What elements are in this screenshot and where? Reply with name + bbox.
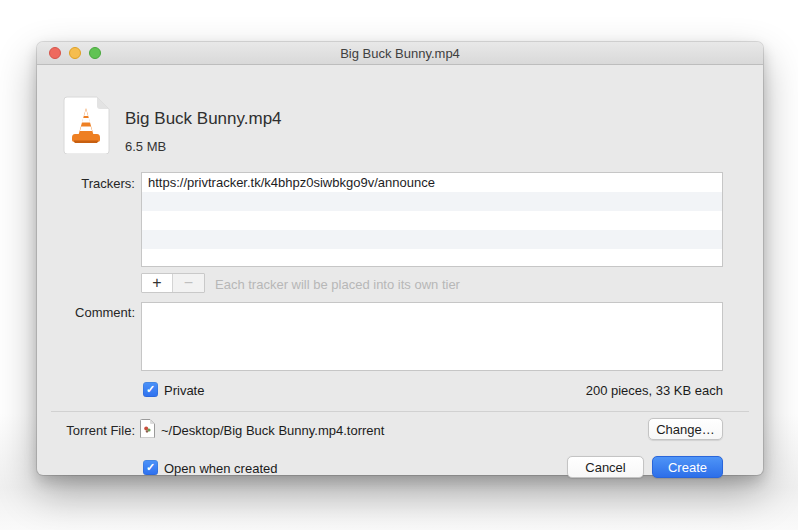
tracker-row-empty[interactable] <box>142 211 722 230</box>
file-name: Big Buck Bunny.mp4 <box>125 109 282 129</box>
cancel-button[interactable]: Cancel <box>567 456 644 478</box>
open-when-created-checkbox[interactable] <box>143 460 158 475</box>
tracker-row[interactable]: https://privtracker.tk/k4bhpz0siwbkgo9v/… <box>142 173 722 192</box>
tracker-list[interactable]: https://privtracker.tk/k4bhpz0siwbkgo9v/… <box>141 172 723 267</box>
open-when-created-label: Open when created <box>164 461 277 476</box>
window-title: Big Buck Bunny.mp4 <box>37 46 763 61</box>
vlc-file-icon <box>62 96 110 154</box>
tracker-row-empty[interactable] <box>142 230 722 249</box>
pieces-info: 200 pieces, 33 KB each <box>586 383 723 398</box>
comment-input[interactable] <box>141 302 723 371</box>
torrent-document-icon <box>140 419 155 438</box>
file-size: 6.5 MB <box>125 139 166 154</box>
section-divider <box>51 411 749 412</box>
remove-tracker-button[interactable]: − <box>173 274 204 292</box>
change-button[interactable]: Change… <box>648 418 723 440</box>
add-tracker-button[interactable]: + <box>142 274 173 292</box>
create-torrent-dialog: Big Buck Bunny.mp4 Big Buck Bunny.mp4 6.… <box>37 42 763 475</box>
private-checkbox-label: Private <box>164 383 204 398</box>
tracker-row-empty[interactable] <box>142 192 722 211</box>
trackers-label: Trackers: <box>37 176 135 191</box>
torrent-file-path: ~/Desktop/Big Buck Bunny.mp4.torrent <box>161 423 384 438</box>
dialog-content: Big Buck Bunny.mp4 6.5 MB Trackers: http… <box>37 66 763 475</box>
create-button[interactable]: Create <box>652 456 723 478</box>
comment-label: Comment: <box>37 305 135 320</box>
tracker-add-remove-control: + − <box>141 273 205 293</box>
tracker-tier-hint: Each tracker will be placed into its own… <box>215 277 460 292</box>
torrent-file-label: Torrent File: <box>37 423 135 438</box>
tracker-row-empty[interactable] <box>142 249 722 268</box>
title-bar[interactable]: Big Buck Bunny.mp4 <box>37 42 763 65</box>
private-checkbox[interactable] <box>143 382 158 397</box>
